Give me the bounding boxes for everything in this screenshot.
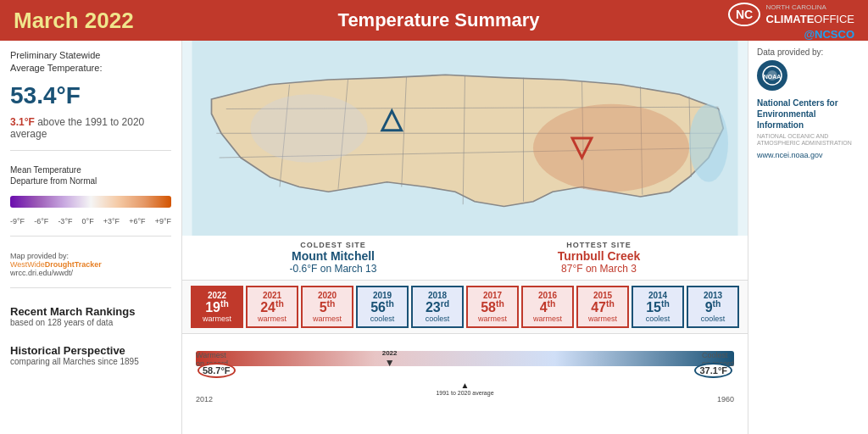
legend-tick-6: +9°F [155,217,171,225]
legend-tick-0: -9°F [10,217,25,225]
left-panel: Preliminary StatewideAverage Temperature… [0,41,182,434]
rank-num-2021: 24th [260,300,284,314]
header: March 2022 Temperature Summary NC NORTH … [0,0,868,41]
rank-cell-2018: 201823rdcoolest [411,286,464,328]
legend-tick-1: -6°F [34,217,48,225]
hottest-temp: 87°F on March 3 [558,263,641,275]
header-month-year: March 2022 [14,8,134,34]
legend-color-bar [10,196,171,208]
legend-title: Mean TemperatureDeparture from Normal [10,164,171,186]
rank-num-2015: 47th [591,300,615,314]
avg-label: 1991 to 2020 average [436,390,493,397]
ncei-name: National Centers forEnvironmental Inform… [757,97,860,131]
svg-point-16 [251,94,368,163]
divider-3 [10,287,171,288]
rank-label-2015: warmest [588,314,617,323]
rank-label-2022: warmest [203,314,231,323]
historical-section: Historical Perspective comparing all Mar… [10,344,171,366]
twitter-handle: @NCSCO [804,28,854,41]
header-subtitle: Temperature Summary [151,9,727,31]
avg-marker: ▲ 1991 to 2020 average [436,381,493,397]
hottest-label: HOTTEST SITE [558,241,641,249]
rank-cell-2021: 202124thwarmest [246,286,298,328]
rank-num-2018: 23rd [426,300,449,314]
right-panel: Data provided by: NOAA National Centers … [748,41,868,434]
nc-map-svg [182,41,748,236]
rankings-row: 202219thwarmest202124thwarmest20205thwar… [182,280,748,333]
legend-tick-3: 0°F [82,217,94,225]
ncei-url: www.ncei.noaa.gov [757,151,860,159]
rank-num-2014: 15th [646,300,670,314]
nc-logo-icon: NC [727,1,761,28]
current-year-label: 2022 [382,349,398,357]
hottest-site-box: HOTTEST SITE Turnbull Creek 87°F on Marc… [558,241,641,275]
rank-num-2013: 9th [705,300,721,314]
logo-text: NORTH CAROLINA CLIMATEOFFICE [766,1,854,26]
rank-cell-2015: 201547thwarmest [576,286,629,328]
coldest-site-box: COLDEST SITE Mount Mitchell -0.6°F on Ma… [290,241,377,275]
nc-map-area [182,41,748,236]
svg-point-15 [533,104,689,192]
rank-num-2016: 4th [540,300,556,314]
ncei-sub: NATIONAL OCEANIC ANDATMOSPHERIC ADMINIST… [757,133,860,147]
legend-tick-4: +3°F [103,217,120,225]
site-labels: COLDEST SITE Mount Mitchell -0.6°F on Ma… [182,236,748,280]
divider-1 [10,150,171,151]
rank-label-2020: warmest [313,314,342,323]
rank-cell-2013: 20139thcoolest [687,286,739,328]
rank-num-2020: 5th [320,300,336,314]
rank-label-2021: warmest [258,314,287,323]
rankings-section: Recent March Rankings based on 128 years… [10,305,171,327]
legend-tick-2: -3°F [58,217,72,225]
data-credit-title: Data provided by: [757,47,860,57]
svg-text:NC: NC [735,8,752,21]
rankings-title: Recent March Rankings [10,305,171,318]
coldest-name: Mount Mitchell [290,249,377,263]
legend-tick-5: +6°F [129,217,145,225]
historical-sub: comparing all Marches since 1895 [10,357,171,366]
rank-label-2019: coolest [370,314,395,323]
rank-cell-2022: 202219thwarmest [191,286,243,328]
avg-label: Preliminary StatewideAverage Temperature… [10,49,171,75]
svg-point-19 [689,104,728,182]
warmest-year: 2012 [196,395,213,403]
main-layout: Preliminary StatewideAverage Temperature… [0,41,868,434]
rank-num-2022: 19th [205,300,229,314]
coolest-val: 37.1°F [694,363,732,378]
avg-arrow: ▲ [461,381,470,390]
legend-labels: -9°F -6°F -3°F 0°F +3°F +6°F +9°F [10,217,171,225]
rank-label-2014: coolest [646,314,670,323]
rankings-sub: based on 128 years of data [10,318,171,327]
rank-cell-2014: 201415thcoolest [632,286,684,328]
svg-text:NOAA: NOAA [764,74,782,80]
current-year-marker: 2022 ▼ [382,349,398,369]
rank-cell-2017: 201758thwarmest [466,286,519,328]
coldest-label: COLDEST SITE [290,241,377,249]
logo-nc-row: NC NORTH CAROLINA CLIMATEOFFICE [727,1,854,28]
avg-anomaly: 3.1°F above the 1991 to 2020 average [10,116,171,140]
rank-num-2017: 58th [481,300,504,314]
hist-bar-container: Warmeston record Cooleston record 58.7°F… [196,351,734,393]
historical-bar-area: Warmeston record Cooleston record 58.7°F… [182,333,748,409]
rank-num-2019: 56th [370,300,394,314]
hist-labels-top: Warmeston record Cooleston record [196,351,734,368]
rank-cell-2020: 20205thwarmest [301,286,353,328]
map-credit: Map provided by: WestWideDroughtTracker … [10,252,171,277]
rank-cell-2019: 201956thcoolest [356,286,409,328]
coolest-year: 1960 [717,395,734,403]
map-url: wrcc.dri.edu/wwdt/ [10,269,73,277]
coldest-temp: -0.6°F on March 13 [290,263,377,275]
rank-cell-2016: 20164thwarmest [521,286,574,328]
rank-label-2018: coolest [426,314,450,323]
noaa-logo: NOAA [757,60,787,91]
noaa-row: NOAA [757,60,860,94]
current-year-arrow: ▼ [385,357,395,369]
divider-2 [10,236,171,236]
rank-label-2016: warmest [533,314,562,323]
drought-tracker-link[interactable]: WestWideDroughtTracker [10,260,102,269]
anomaly-value: 3.1°F [10,116,35,128]
avg-value: 53.4°F [10,82,171,109]
historical-title: Historical Perspective [10,344,171,357]
noaa-logo-svg: NOAA [758,61,787,90]
rank-label-2017: warmest [478,314,507,323]
